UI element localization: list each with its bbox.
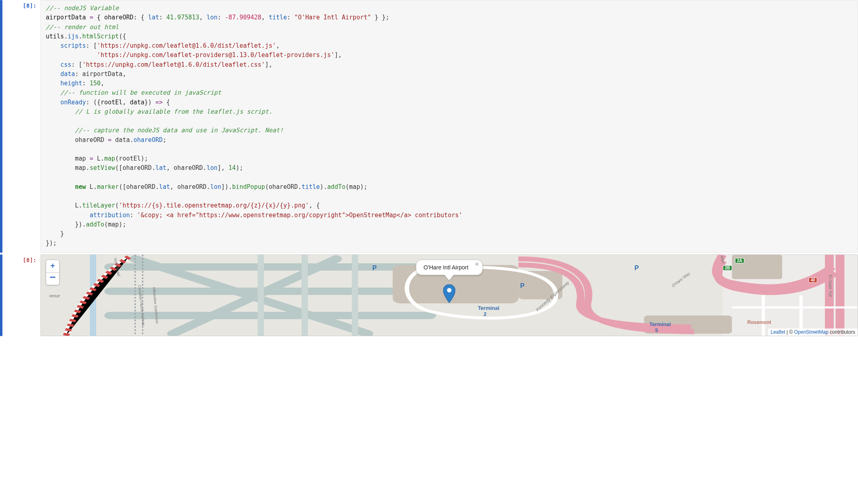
output-prompt: [8]: xyxy=(7,254,40,336)
input-prompt: [8]: xyxy=(7,0,40,253)
execution-indicator xyxy=(0,254,2,336)
popup-text: O'Hare Intl Airport xyxy=(424,264,469,271)
code-editor[interactable]: //-- nodeJS Variable airportData = { oha… xyxy=(40,0,858,253)
leaflet-link[interactable]: Leaflet xyxy=(771,329,785,335)
output-cell: [8]: xyxy=(0,254,858,336)
map-attribution: Leaflet | © OpenStreetMap contributors xyxy=(768,328,858,336)
code-cell: [8]: //-- nodeJS Variable airportData = … xyxy=(0,0,858,253)
zoom-out-button[interactable]: − xyxy=(46,272,59,285)
svg-rect-14 xyxy=(732,255,782,279)
popup-close-button[interactable]: × xyxy=(475,260,479,269)
zoom-control: + − xyxy=(46,260,59,285)
osm-link[interactable]: OpenStreetMap xyxy=(794,329,828,335)
map-popup: O'Hare Intl Airport × xyxy=(416,260,483,280)
execution-indicator xyxy=(0,0,2,253)
leaflet-map[interactable]: Terminal 2 Terminal 5 Kennedy Expressway… xyxy=(40,254,858,336)
zoom-in-button[interactable]: + xyxy=(46,260,59,272)
